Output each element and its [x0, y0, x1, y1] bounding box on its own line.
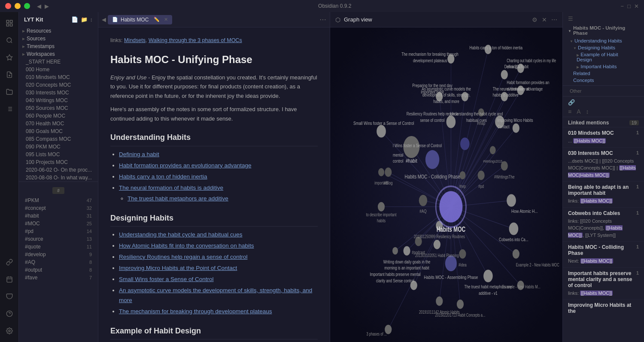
link-defining[interactable]: Defining a habit [119, 151, 159, 157]
sidebar-item[interactable]: 040 Writings MOC [19, 97, 98, 104]
linked-item-title[interactable]: Being able to adapt is an important habi… [568, 184, 639, 196]
sidebar-item[interactable]: 020 Concepts MOC [19, 81, 98, 89]
tag-row[interactable]: #pd14 [19, 227, 98, 235]
settings-icon[interactable] [2, 323, 17, 339]
sidebar-item[interactable]: 010 Mindsets MOC [19, 73, 98, 81]
folder-icon[interactable] [2, 84, 17, 100]
sort-icon[interactable] [2, 101, 17, 117]
align-left-icon[interactable]: ≡ [568, 108, 571, 115]
link-inertia[interactable]: Habits carry a ton of hidden inertia [119, 173, 207, 180]
maximize-btn[interactable] [24, 3, 30, 9]
understanding-habits-list: Defining a habit Habit formation provide… [110, 150, 318, 204]
link-neural[interactable]: The neural formation of habits is additi… [119, 185, 223, 191]
sidebar-group-resources[interactable]: Resources [19, 27, 98, 35]
graph-canvas[interactable]: Habits MOC Habits MOC - Colliding Phase … [330, 27, 562, 342]
link-habit-cycle[interactable]: Understanding the habit cycle and habitu… [119, 231, 242, 238]
minimize-btn[interactable] [15, 3, 21, 9]
tag-row[interactable]: #fave7 [19, 274, 98, 281]
tag-row[interactable]: #concept32 [19, 204, 98, 212]
sort-az-icon[interactable]: ↕ [586, 108, 589, 115]
link-icon[interactable] [2, 254, 17, 270]
note-tab-habits[interactable]: 📄 Habits MOC ✏️ ✕ [108, 15, 172, 24]
svg-point-82 [436, 297, 443, 306]
forward-btn[interactable]: ▶ [45, 3, 49, 9]
linked-item-title[interactable]: 030 Interests MOC 1 [568, 150, 639, 156]
sidebar-item[interactable]: 080 Goals MOC [19, 127, 98, 135]
restore-icon[interactable]: □ [627, 3, 631, 9]
calendar-icon[interactable] [2, 272, 17, 287]
outline-concepts[interactable]: Concepts [563, 77, 644, 84]
tag-row[interactable]: #habit31 [19, 212, 98, 220]
edit-tab-icon[interactable]: ✏️ [154, 17, 160, 22]
tag-row[interactable]: #MOC25 [19, 220, 98, 227]
linked-item-title[interactable]: 010 Mindsets MOC 1 [568, 130, 639, 136]
font-icon[interactable]: A [577, 108, 580, 115]
sidebar-item[interactable]: 070 Health MOC [19, 120, 98, 127]
tag-row[interactable]: #output8 [19, 266, 98, 274]
tag-row[interactable]: #quote11 [19, 243, 98, 251]
link-micro-habits[interactable]: Improving Micro Habits at the Point of C… [119, 265, 237, 271]
close-btn[interactable] [5, 3, 11, 9]
link-atomic[interactable]: How Atomic Habits fit into the conversat… [119, 242, 254, 249]
outline-related[interactable]: Related [563, 70, 644, 77]
linked-item-title[interactable]: Improving Micro Habits at the [568, 302, 639, 314]
graph-settings-icon[interactable]: ⚙ [532, 16, 538, 23]
sort-sidebar-icon[interactable]: ↕ [90, 16, 93, 23]
sidebar-item[interactable]: _START HERE [19, 58, 98, 66]
sidebar-item[interactable]: 2020-08-08 O- In what way... [19, 174, 98, 182]
tag-row[interactable]: #AQ8 [19, 258, 98, 266]
min-icon[interactable]: − [621, 3, 624, 9]
sidebar-item[interactable]: 100 Projects MOC [19, 158, 98, 166]
sidebar-item[interactable]: 090 PKM MOC [19, 143, 98, 151]
link-breaking[interactable]: The mechanism for breaking through devel… [119, 308, 272, 315]
files-icon[interactable] [2, 15, 17, 31]
tag-row[interactable]: #PKM47 [19, 197, 98, 204]
sidebar-item[interactable]: 2020-06-02 O- On the proc... [19, 166, 98, 174]
link-asymptotic[interactable]: An asymptotic curve models the developme… [119, 287, 312, 303]
sidebar-group-workspaces[interactable]: Workspaces [19, 50, 98, 58]
new-folder-icon[interactable]: 📁 [81, 16, 88, 23]
template-icon[interactable] [2, 289, 17, 304]
outline-understanding[interactable]: Understanding Habits [563, 37, 644, 44]
outline-designing[interactable]: Designing Habits [563, 44, 644, 51]
sidebar-item[interactable]: 095 Lists MOC [19, 151, 98, 158]
link-phases[interactable]: Walking through the 3 phases of MOCs [149, 37, 242, 43]
tab-more-icon[interactable]: ⋯ [319, 15, 326, 24]
link-small-wins[interactable]: Small Wins foster a Sense of Control [119, 276, 214, 282]
note-title: Habits MOC - Unifying Phase [110, 51, 318, 69]
sidebar-item[interactable]: 085 Compass MOC [19, 135, 98, 143]
collapse-sidebar-icon[interactable]: ◀ [102, 16, 106, 23]
linked-item-title[interactable]: Important habits preserve mental clarity… [568, 270, 639, 288]
new-note-icon[interactable]: 📄 [71, 16, 78, 23]
window-controls[interactable]: ◀ ▶ [5, 3, 49, 9]
sidebar-item[interactable]: 060 People MOC [19, 112, 98, 120]
linked-item-title[interactable]: Habits MOC - Colliding Phase 1 [568, 244, 639, 256]
link-mindsets[interactable]: Mindsets [124, 37, 146, 43]
outline-example[interactable]: Example of Habit Design [563, 51, 644, 63]
new-file-icon[interactable] [2, 67, 17, 82]
outline-important[interactable]: Important Habits [563, 63, 644, 70]
tab-close-icon[interactable]: ✕ [164, 17, 168, 22]
sidebar-item[interactable]: 030 Interests MOC [19, 89, 98, 97]
sidebar-item[interactable]: 050 Sources MOC [19, 104, 98, 112]
search-icon[interactable] [2, 33, 17, 48]
close-icon[interactable]: ✕ [634, 3, 639, 9]
graph-more-icon[interactable]: ⋯ [551, 16, 557, 23]
sidebar-group-sources[interactable]: Sources [19, 35, 98, 42]
link-evolutionary[interactable]: Habit formation provides an evolutionary… [119, 162, 251, 169]
sidebar-item[interactable]: 000 Home [19, 66, 98, 73]
graph-close-icon[interactable]: ✕ [542, 16, 547, 23]
link-resiliency[interactable]: Resiliency Routines help regain a sense … [119, 254, 247, 260]
tag-row[interactable]: #develop9 [19, 251, 98, 258]
rp-list-icon[interactable]: ☰ [568, 15, 573, 22]
svg-text:Habits MOC - Colliding Phase: Habits MOC - Colliding Phase [404, 173, 460, 179]
back-btn[interactable]: ◀ [37, 3, 41, 9]
cat-other[interactable]: Other [563, 88, 644, 94]
svg-rect-15 [7, 277, 12, 282]
tag-row[interactable]: #source13 [19, 235, 98, 243]
linked-item-title[interactable]: Cobwebs into Cables 1 [568, 210, 639, 216]
link-truest[interactable]: The truest habit metaphors are additive [128, 195, 228, 202]
question-icon[interactable] [2, 306, 17, 321]
sidebar-group-timestamps[interactable]: Timestamps [19, 42, 98, 50]
star-icon[interactable] [2, 50, 17, 65]
